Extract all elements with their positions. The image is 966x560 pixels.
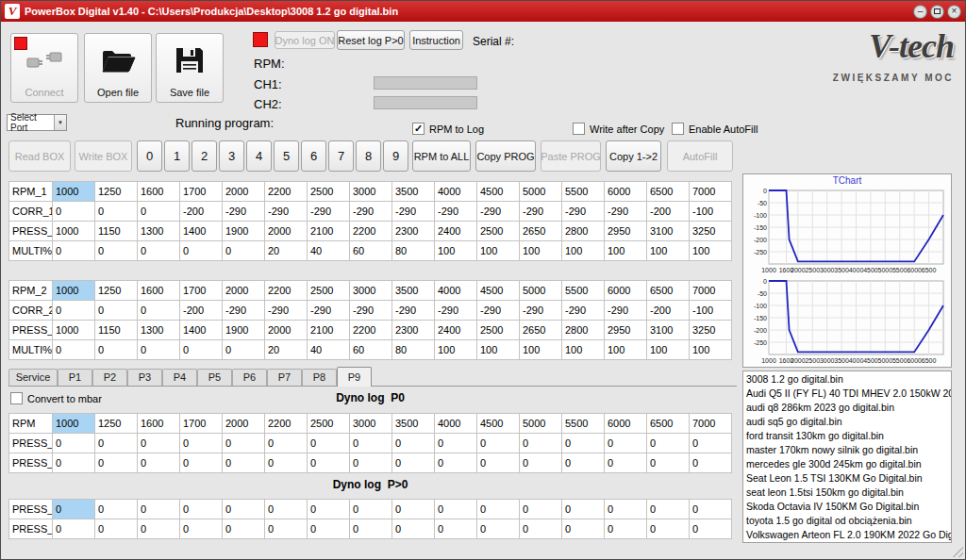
table-cell[interactable]: 2500 <box>477 222 520 241</box>
table-cell[interactable]: 1600 <box>138 281 180 301</box>
table-cell[interactable]: 0 <box>392 519 435 539</box>
table-cell[interactable]: 2000 <box>223 414 265 434</box>
tab-p5[interactable]: P5 <box>197 369 232 386</box>
file-list-item[interactable]: ford transit 130km go digital.bin <box>743 429 951 443</box>
table-cell[interactable]: 2800 <box>562 321 605 340</box>
tab-p4[interactable]: P4 <box>162 369 197 386</box>
table-cell[interactable]: 1000 <box>53 281 95 301</box>
table-cell[interactable]: 0 <box>95 202 138 222</box>
table-cell[interactable]: 0 <box>265 519 308 539</box>
digit-2-button[interactable]: 2 <box>192 140 217 172</box>
table-cell[interactable]: 4000 <box>435 281 477 301</box>
tab-p9[interactable]: P9 <box>337 367 372 387</box>
table-cell[interactable]: 40 <box>308 340 350 360</box>
table-cell[interactable]: 1700 <box>180 281 223 301</box>
table-cell[interactable]: 2800 <box>562 222 605 241</box>
table-cell[interactable]: 0 <box>520 453 562 473</box>
table-cell[interactable]: 0 <box>520 500 562 519</box>
table-cell[interactable]: 0 <box>95 453 138 473</box>
table-cell[interactable]: 2000 <box>223 182 265 202</box>
table-cell[interactable]: 0 <box>138 301 180 321</box>
table-cell[interactable]: 1900 <box>223 222 265 241</box>
table-cell[interactable]: 0 <box>95 301 138 321</box>
table-cell[interactable]: 0 <box>477 453 520 473</box>
table-cell[interactable]: 0 <box>520 434 562 453</box>
minimize-button[interactable]: – <box>913 5 927 19</box>
table-cell[interactable]: 0 <box>138 202 180 222</box>
table-cell[interactable]: 1700 <box>180 182 223 202</box>
table-cell[interactable]: 0 <box>95 241 138 261</box>
table-cell[interactable]: 0 <box>392 453 435 473</box>
table-cell[interactable]: 0 <box>435 453 477 473</box>
table-cell[interactable]: -290 <box>223 202 265 222</box>
table-cell[interactable]: 6500 <box>647 182 690 202</box>
table-cell[interactable]: -290 <box>435 202 477 222</box>
table-cell[interactable]: 0 <box>308 453 350 473</box>
table-cell[interactable]: 0 <box>435 500 477 519</box>
table-cell[interactable]: 80 <box>392 340 435 360</box>
file-list-item[interactable]: Seat Leon 1.5 TSI 130KM Go Digital.bin <box>743 471 951 486</box>
table-cell[interactable]: 100 <box>562 340 605 360</box>
table-cell[interactable]: 1150 <box>95 321 138 340</box>
table-cell[interactable]: 20 <box>265 340 308 360</box>
table-cell[interactable]: 1000 <box>53 414 95 434</box>
digit-0-button[interactable]: 0 <box>137 140 162 172</box>
table-cell[interactable]: 2000 <box>265 222 308 241</box>
table-cell[interactable]: 0 <box>392 500 435 519</box>
table-cell[interactable]: -290 <box>562 301 605 321</box>
table-cell[interactable]: 2650 <box>520 222 562 241</box>
open-file-button[interactable]: Open file <box>84 33 152 103</box>
table-cell[interactable]: 0 <box>180 519 223 539</box>
table-cell[interactable]: 0 <box>647 453 690 473</box>
select-port-dropdown[interactable]: Select Port ▼ <box>7 114 67 131</box>
table-cell[interactable]: 0 <box>223 241 265 261</box>
table-cell[interactable]: -200 <box>180 301 223 321</box>
table-cell[interactable]: 2400 <box>435 222 477 241</box>
table-cell[interactable]: 2200 <box>265 182 308 202</box>
digit-6-button[interactable]: 6 <box>301 140 326 172</box>
table-cell[interactable]: 1300 <box>138 321 180 340</box>
file-list-item[interactable]: audi q8 286km 2023 go digital.bin <box>743 401 951 415</box>
table-cell[interactable]: 0 <box>562 500 605 519</box>
tab-p8[interactable]: P8 <box>302 369 337 386</box>
table-cell[interactable]: 6500 <box>647 281 690 301</box>
autofill-button[interactable]: AutoFill <box>667 140 733 172</box>
read-box-button[interactable]: Read BOX <box>8 140 71 172</box>
table-cell[interactable]: -290 <box>392 202 435 222</box>
table-cell[interactable]: 100 <box>690 241 732 261</box>
table-cell[interactable]: -290 <box>562 202 605 222</box>
digit-5-button[interactable]: 5 <box>274 140 299 172</box>
table-cell[interactable]: 0 <box>392 434 435 453</box>
table-cell[interactable]: 0 <box>690 500 732 519</box>
table-cell[interactable]: 2100 <box>308 222 350 241</box>
table-cell[interactable]: 0 <box>53 202 95 222</box>
table-cell[interactable]: 0 <box>308 434 350 453</box>
table-cell[interactable]: 0 <box>477 519 520 539</box>
table-cell[interactable]: 100 <box>435 340 477 360</box>
table-cell[interactable]: 0 <box>223 340 265 360</box>
table-cell[interactable]: 0 <box>223 500 265 519</box>
table-cell[interactable]: 5000 <box>520 414 562 434</box>
table-cell[interactable]: 7000 <box>690 414 732 434</box>
table-cell[interactable]: 0 <box>647 434 690 453</box>
table-cell[interactable]: 0 <box>95 500 138 519</box>
table-cell[interactable]: 1400 <box>180 222 223 241</box>
table-cell[interactable]: 2300 <box>392 321 435 340</box>
table-cell[interactable]: 6000 <box>605 182 647 202</box>
save-file-button[interactable]: Save file <box>156 33 224 103</box>
table-cell[interactable]: 0 <box>435 434 477 453</box>
table-cell[interactable]: 0 <box>350 500 392 519</box>
table-cell[interactable]: 1250 <box>95 182 138 202</box>
table-cell[interactable]: 2500 <box>308 182 350 202</box>
connect-button[interactable]: Connect <box>10 33 78 103</box>
table-cell[interactable]: 40 <box>308 241 350 261</box>
table-cell[interactable]: 6000 <box>605 414 647 434</box>
table-cell[interactable]: 0 <box>138 434 180 453</box>
tab-p1[interactable]: P1 <box>58 369 92 386</box>
table-cell[interactable]: 0 <box>53 301 95 321</box>
table-cell[interactable]: 2950 <box>605 321 647 340</box>
table-cell[interactable]: 100 <box>435 241 477 261</box>
table-cell[interactable]: 1900 <box>223 321 265 340</box>
table-cell[interactable]: 1600 <box>138 182 180 202</box>
table-cell[interactable]: 3000 <box>350 182 392 202</box>
